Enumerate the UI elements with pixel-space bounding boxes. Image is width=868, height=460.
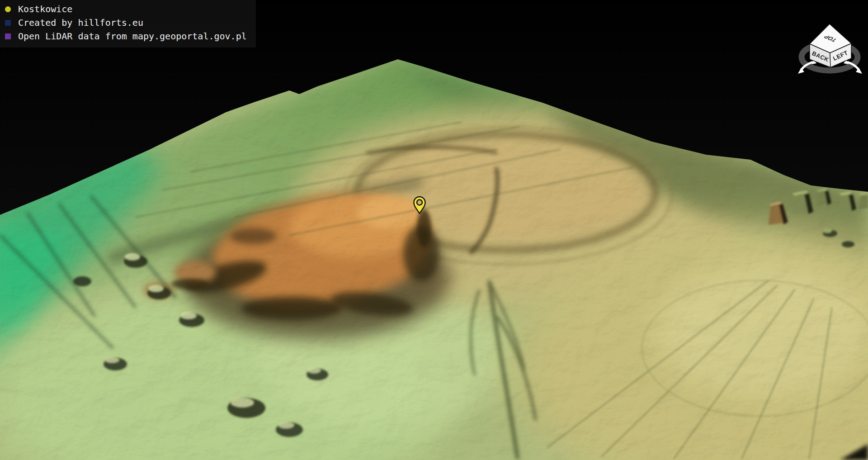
credit-swatch-icon	[5, 20, 11, 26]
legend-item-site: Kostkowice	[5, 2, 247, 16]
terrain-render	[0, 0, 868, 460]
legend-source-label: Open LiDAR data from mapy.geoportal.gov.…	[18, 29, 247, 43]
terrain-viewport[interactable]: Kostkowice Created by hillforts.eu Open …	[0, 0, 868, 460]
legend-credit-label: Created by hillforts.eu	[18, 16, 143, 29]
data-source-swatch-icon	[5, 33, 11, 39]
legend-panel: Kostkowice Created by hillforts.eu Open …	[0, 0, 256, 47]
legend-item-source: Open LiDAR data from mapy.geoportal.gov.…	[5, 29, 247, 43]
nav-cube[interactable]: TOP BACK LEFT	[790, 13, 868, 77]
legend-site-label: Kostkowice	[18, 2, 72, 16]
site-marker-swatch-icon	[5, 6, 11, 12]
legend-item-credit: Created by hillforts.eu	[5, 16, 247, 29]
